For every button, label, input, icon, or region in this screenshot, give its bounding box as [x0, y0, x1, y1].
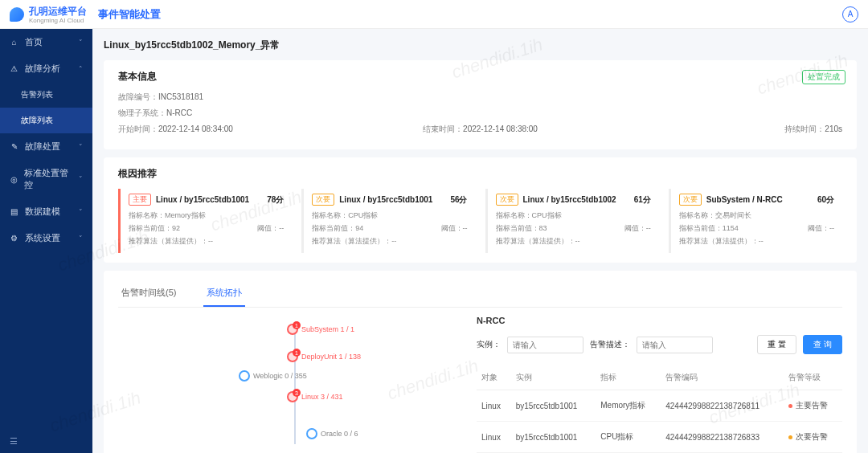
table-header: 对象 — [477, 365, 511, 390]
alert-table: 对象实例指标告警编码告警等级 Linuxby15rcc5tdb1001Memor… — [477, 365, 842, 453]
brand-name-cn: 孔明运维平台 — [29, 5, 87, 18]
cell-instance: by15rcc5tdb1001 — [511, 422, 596, 453]
rc-name: Linux / by15rcc5tdb1001 — [339, 195, 432, 204]
severity-tag: 主要 — [129, 194, 151, 206]
sidebar-item[interactable]: ▤数据建模˅ — [0, 198, 92, 225]
sidebar-item-label: 故障分析 — [25, 63, 60, 75]
sidebar-item-label: 故障处置 — [25, 141, 60, 153]
severity-tag: 次要 — [679, 194, 702, 206]
sidebar-item-label: 数据建模 — [25, 206, 60, 218]
breadcrumb-title: Linux_by15rcc5tdb1002_Memory_异常 — [104, 39, 857, 52]
table-header: 实例 — [511, 365, 596, 390]
cell-level: 主要告警 — [784, 390, 842, 422]
cell-object: Linux — [477, 422, 511, 453]
rc-value: 指标当前值：83 — [496, 223, 547, 234]
table-row[interactable]: Linuxby15rcc5tdb1001Memory指标424442998822… — [477, 390, 842, 422]
sidebar-item[interactable]: ⚙系统设置˅ — [0, 225, 92, 251]
user-avatar-icon[interactable]: A — [842, 6, 858, 22]
sidebar-item[interactable]: ✎故障处置˅ — [0, 133, 92, 160]
root-cause-item[interactable]: 次要Linux / by15rcc5tdb100156分指标名称：CPU指标指标… — [301, 189, 475, 253]
topo-node-label: Linux 3 / 431 — [301, 393, 343, 401]
panel-title: N-RCC — [477, 316, 842, 325]
topo-node-weblogic[interactable]: Weblogic 0 / 355 — [239, 370, 307, 382]
cell-level: 次要告警 — [784, 422, 842, 453]
page-title: 事件智能处置 — [98, 7, 161, 22]
rc-score: 56分 — [450, 194, 467, 206]
fault-id-value: INC5318181 — [158, 92, 203, 101]
filter-desc-label: 告警描述： — [590, 339, 630, 350]
rc-metric: 指标名称：Memory指标 — [129, 210, 206, 221]
duration-label: 持续时间： — [784, 124, 825, 133]
rc-score: 61分 — [634, 194, 651, 206]
filter-instance-label: 实例： — [477, 339, 501, 350]
topo-node-oracle[interactable]: Oracle 0 / 6 — [306, 428, 358, 439]
root-cause-card: 根因推荐 主要Linux / by15rcc5tdb100178分指标名称：Me… — [104, 157, 857, 263]
sidebar-item-label: 标准处置管控 — [24, 167, 72, 191]
end-time-value: 2022-12-14 08:38:00 — [463, 124, 538, 133]
sidebar-item[interactable]: 故障列表 — [0, 108, 92, 133]
brand-logo: 孔明运维平台 Kongming AI Cloud — [10, 5, 87, 24]
topo-node-label: SubSystem 1 / 1 — [301, 325, 354, 333]
sidebar-icon: ⚠ — [10, 64, 18, 73]
topo-node-label: DeployUnit 1 / 138 — [301, 353, 361, 361]
sidebar-collapse-button[interactable]: ☰ — [0, 430, 92, 453]
cell-instance: by15rcc5tdb1001 — [511, 390, 596, 422]
phys-value: N-RCC — [166, 108, 192, 117]
rc-threshold: 阈值：-- — [624, 223, 651, 234]
rc-threshold: 阈值：-- — [441, 223, 468, 234]
root-cause-item[interactable]: 次要Linux / by15rcc5tdb100261分指标名称：CPU指标指标… — [485, 189, 659, 253]
chevron-up-icon: ˄ — [79, 65, 83, 73]
topo-node-label: Oracle 0 / 6 — [321, 430, 358, 438]
cell-object: Linux — [477, 390, 511, 422]
end-time-label: 结束时间： — [423, 124, 463, 133]
chevron-down-icon: ˅ — [79, 39, 83, 47]
reset-button[interactable]: 重 置 — [757, 335, 796, 354]
sidebar-icon: ⚙ — [10, 234, 18, 243]
rc-value: 指标当前值：92 — [129, 223, 180, 234]
cell-code: 424442998822138726833 — [661, 422, 784, 453]
rc-algo: 推荐算法（算法提供）：-- — [312, 236, 396, 247]
table-row[interactable]: Linuxby15rcc5tdb1001CPU指标424442998822138… — [477, 422, 842, 453]
sidebar-item[interactable]: 告警列表 — [0, 82, 92, 108]
cell-metric: CPU指标 — [596, 422, 661, 453]
topology-graph[interactable]: 1SubSystem 1 / 1 1DeployUnit 1 / 138 Web… — [118, 316, 464, 453]
query-button[interactable]: 查 询 — [803, 335, 842, 354]
root-cause-heading: 根因推荐 — [118, 167, 842, 181]
table-header: 告警等级 — [784, 365, 842, 390]
tab-bar: 告警时间线(5) 系统拓扑 — [118, 280, 842, 308]
rc-threshold: 阈值：-- — [808, 223, 834, 234]
severity-tag: 次要 — [312, 194, 334, 206]
topo-node-subsystem[interactable]: 1SubSystem 1 / 1 — [287, 324, 354, 335]
rc-name: SubSystem / N-RCC — [706, 195, 783, 204]
root-cause-item[interactable]: 次要SubSystem / N-RCC60分指标名称：交易时间长指标当前值：11… — [669, 189, 842, 253]
root-cause-item[interactable]: 主要Linux / by15rcc5tdb100178分指标名称：Memory指… — [118, 189, 292, 253]
filter-desc-input[interactable] — [637, 337, 713, 353]
topo-node-deployunit[interactable]: 1DeployUnit 1 / 138 — [287, 351, 361, 362]
sidebar-item[interactable]: ⚠故障分析˄ — [0, 55, 92, 82]
tab-alert-timeline[interactable]: 告警时间线(5) — [118, 280, 179, 307]
sidebar-item-label: 系统设置 — [25, 232, 60, 244]
sidebar: ⌂首页˅⚠故障分析˄告警列表故障列表✎故障处置˅◎标准处置管控˅▤数据建模˅⚙系… — [0, 29, 92, 453]
rc-name: Linux / by15rcc5tdb1001 — [156, 195, 249, 204]
duration-value: 210s — [825, 124, 842, 133]
topbar: 孔明运维平台 Kongming AI Cloud 事件智能处置 A — [0, 0, 868, 29]
status-badge: 处置完成 — [802, 70, 845, 84]
sidebar-item[interactable]: ⌂首页˅ — [0, 29, 92, 55]
rc-value: 指标当前值：94 — [312, 223, 363, 234]
chevron-down-icon: ˅ — [79, 235, 83, 243]
rc-score: 78分 — [267, 194, 284, 206]
topo-node-linux[interactable]: 3Linux 3 / 431 — [287, 391, 343, 402]
rc-metric: 指标名称：交易时间长 — [679, 210, 751, 221]
rc-name: Linux / by15rcc5tdb1002 — [523, 195, 616, 204]
phys-label: 物理子系统： — [118, 108, 166, 117]
tab-system-topology[interactable]: 系统拓扑 — [203, 280, 245, 307]
filter-instance-input[interactable] — [507, 337, 583, 353]
chevron-down-icon: ˅ — [79, 143, 83, 151]
sidebar-icon: ⌂ — [10, 38, 18, 47]
sidebar-item[interactable]: ◎标准处置管控˅ — [0, 160, 92, 198]
table-header: 指标 — [596, 365, 661, 390]
fault-id-label: 故障编号： — [118, 92, 158, 101]
rc-algo: 推荐算法（算法提供）：-- — [679, 236, 764, 247]
sidebar-icon: ▤ — [10, 207, 18, 216]
sidebar-item-label: 告警列表 — [21, 89, 53, 100]
